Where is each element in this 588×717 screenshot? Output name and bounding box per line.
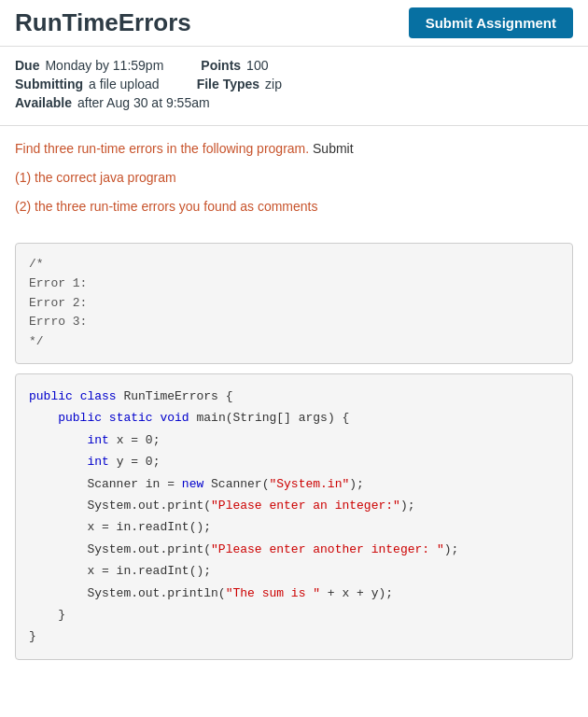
due-value: Monday by 11:59pm <box>45 58 163 73</box>
due-item: Due Monday by 11:59pm <box>15 58 163 73</box>
description-item1: (1) the correct java program <box>15 168 573 188</box>
main-code-block: public class RunTimeErrors { public stat… <box>15 373 573 660</box>
available-value: after Aug 30 at 9:55am <box>77 95 210 110</box>
points-label: Points <box>201 58 241 73</box>
due-label: Due <box>15 58 39 73</box>
available-label: Available <box>15 95 72 110</box>
code-line: System.out.print("Please enter an intege… <box>29 495 559 516</box>
meta-row-3: Available after Aug 30 at 9:55am <box>15 95 573 110</box>
description-intro: Find three run-time errors in the follow… <box>15 139 573 159</box>
code-line: Scanner in = new Scanner("System.in"); <box>29 473 559 495</box>
comment-line: Error 1: <box>29 274 559 294</box>
comment-line: */ <box>29 332 559 352</box>
code-line: public class RunTimeErrors { <box>29 386 559 407</box>
code-line: x = in.readInt(); <box>29 516 559 538</box>
code-line: System.out.println("The sum is " + x + y… <box>29 583 559 604</box>
meta-row-1: Due Monday by 11:59pm Points 100 <box>15 58 573 73</box>
code-line: System.out.print("Please enter another i… <box>29 539 559 560</box>
code-lines: public class RunTimeErrors { public stat… <box>29 386 559 648</box>
points-value: 100 <box>246 58 268 73</box>
submitting-label: Submitting <box>15 77 83 91</box>
file-types-item: File Types zip <box>197 77 282 91</box>
comment-line: Error 2: <box>29 294 559 314</box>
comment-line: Errro 3: <box>29 313 559 332</box>
page-title: RunTimeErrors <box>15 8 191 37</box>
description-item2: (2) the three run-time errors you found … <box>15 197 573 217</box>
comment-lines: /*Error 1:Error 2:Errro 3:*/ <box>29 255 559 352</box>
comment-code-block: /*Error 1:Error 2:Errro 3:*/ <box>15 243 573 364</box>
meta-section: Due Monday by 11:59pm Points 100 Submitt… <box>0 47 588 126</box>
points-item: Points 100 <box>201 58 268 73</box>
file-types-value: zip <box>265 77 282 91</box>
code-line: x = in.readInt(); <box>29 560 559 582</box>
available-item: Available after Aug 30 at 9:55am <box>15 95 210 110</box>
file-types-label: File Types <box>197 77 259 91</box>
submit-assignment-button[interactable]: Submit Assignment <box>409 7 573 38</box>
submitting-item: Submitting a file upload <box>15 77 160 91</box>
code-line: } <box>29 604 559 626</box>
code-line: public static void main(String[] args) { <box>29 407 559 429</box>
code-line: int x = 0; <box>29 429 559 451</box>
submitting-value: a file upload <box>89 77 160 91</box>
code-line: int y = 0; <box>29 451 559 472</box>
header: RunTimeErrors Submit Assignment <box>0 0 588 47</box>
code-line: } <box>29 626 559 647</box>
description-section: Find three run-time errors in the follow… <box>0 126 588 233</box>
meta-row-2: Submitting a file upload File Types zip <box>15 77 573 91</box>
comment-line: /* <box>29 255 559 274</box>
